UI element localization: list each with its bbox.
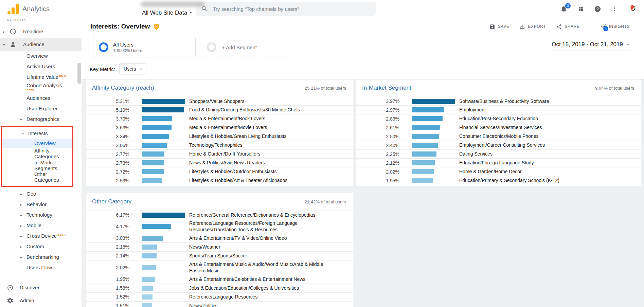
share-icon [556,24,562,30]
row-label: Education/Primary & Secondary Schools (K… [459,177,568,184]
row-label: Jobs & Education/Education/Colleges & Un… [189,285,308,291]
sidebar-item-label: Custom [26,243,44,249]
export-button[interactable]: EXPORT [519,24,546,30]
row-label: News & Politics/Avid News Readers [189,160,274,166]
sidebar-item-active-users[interactable]: Active Users [0,61,82,72]
bar [142,277,155,282]
main-content: Interests: Overview SAVE EXPORT [82,18,644,307]
sidebar-item-lifetime-value[interactable]: Lifetime ValueBETA [0,72,82,82]
sidebar-item-discover[interactable]: Discover [0,282,82,294]
sidebar-item-label: Audience [23,41,44,47]
sidebar-item-technology[interactable]: ▸Technology [0,210,82,220]
add-segment-button[interactable]: + Add Segment [200,37,298,57]
apps-grid-button[interactable] [578,6,584,12]
panel-title-link[interactable]: In-Market Segment [362,85,411,91]
row-percent: 2.77% [86,151,129,157]
analytics-home-link[interactable]: Analytics [0,3,50,14]
chart-row: 2.83%Education/Post-Secondary Education [356,114,641,123]
bar [142,160,164,165]
sidebar-item-admin[interactable]: Admin [0,294,82,307]
sidebar-item-custom[interactable]: ▸Custom [0,241,82,252]
row-label: Food & Dining/Cooking Enthusiasts/30 Min… [189,107,309,113]
bar-zone [399,151,459,157]
bar-zone [399,134,459,139]
user-avatar[interactable] [628,4,638,14]
bar [412,99,455,104]
bar [142,236,163,241]
bar [142,253,157,258]
insights-button[interactable]: 4 INSIGHTS [601,24,630,30]
row-percent: 3.03% [86,235,129,241]
sidebar-item-benchmarking[interactable]: ▸Benchmarking [0,252,82,263]
sidebar-item-label: Geo [26,191,36,197]
sidebar-item-cross-device[interactable]: ▸Cross DeviceBETA [0,231,82,241]
sidebar-item-user-explorer[interactable]: User Explorer [0,103,82,114]
row-percent: 2.02% [86,265,129,270]
chevron-down-icon: ▾ [3,43,5,47]
search-input[interactable]: Try searching “Top channels by users” [196,2,376,16]
chart-row: 3.34%Lifestyles & Hobbies/Green Living E… [86,132,353,141]
bar-zone [129,99,189,104]
panel-title-link[interactable]: Other Category [92,198,131,205]
date-range-selector[interactable]: Oct 15, 2019 - Oct 21, 2019 ▾ [551,40,630,51]
google-analytics-logo-icon [7,3,19,14]
bar [142,213,185,218]
chart-row: 2.14%Sports/Team Sports/Soccer [86,252,353,260]
chart-row: 6.17%Reference/General Reference/Diction… [86,211,353,219]
chart-row: 2.02%Home & Garden/Home Decor [356,167,641,176]
segment-ring-icon [99,42,108,52]
row-percent: 2.97% [356,107,399,113]
sidebar-item-audiences[interactable]: Audiences [0,93,82,103]
beta-badge: BETA [57,233,66,236]
sidebar-item-behavior[interactable]: ▸Behavior [0,199,82,210]
sidebar-item-audience[interactable]: ▾Audience [0,38,82,51]
chevron-right-icon: ▸ [3,30,5,34]
annotation-red-box: ▾InterestsOverviewAffinity CategoriesIn-… [1,126,73,187]
sidebar-item-users-flow[interactable]: Users Flow [0,263,82,273]
sidebar-scrollbar-thumb[interactable] [77,63,81,84]
sidebar-item-demographics[interactable]: ▸Demographics [0,114,82,124]
sidebar-item-overview[interactable]: Overview [0,51,82,61]
row-label: Lifestyles & Hobbies/Outdoor Enthusiasts [189,168,286,175]
bar [412,134,439,139]
sidebar-item-geo[interactable]: ▸Geo [0,189,82,199]
sidebar-item-overview[interactable]: Overview [2,139,72,148]
chart-row: 2.02%Arts & Entertainment/Music & Audio/… [86,260,353,275]
chart-row: 2.73%News & Politics/Avid News Readers [86,159,353,167]
notifications-count-badge: 3 [565,3,571,8]
sidebar-item-other-categories[interactable]: Other Categories [2,171,72,183]
notifications-button[interactable]: 3 [560,5,568,13]
sidebar-item-interests[interactable]: ▾Interests [2,128,72,139]
property-selector[interactable]: All Web Site Data ▾ [142,0,192,18]
segment-title: All Users [113,42,142,48]
caret-down-icon: ▾ [627,42,629,47]
help-button[interactable]: ? [594,5,601,13]
bar [142,143,167,148]
segment-all-users-card[interactable]: All Users 100.00% Users [93,37,196,57]
chevron-right-icon: ▸ [20,213,22,217]
gear-icon [7,297,14,304]
topbar-divider [55,4,55,14]
chart-row: 2.77%Home & Garden/Do-It-Yourselfers [86,150,353,159]
row-percent: 2.83% [356,116,399,122]
sidebar-item-affinity-categories[interactable]: Affinity Categories [2,148,72,160]
sidebar-item-cohort-analysis[interactable]: Cohort AnalysisBETA [0,82,82,93]
chevron-right-icon: ▸ [20,224,22,228]
help-icon: ? [594,5,601,13]
bar [412,116,443,121]
sidebar-item-label: Demographics [26,116,59,122]
sidebar-item-realtime[interactable]: ▸Realtime [0,25,82,38]
panel-title-link[interactable]: Affinity Category (reach) [92,85,154,91]
share-button[interactable]: SHARE [556,24,579,30]
sidebar-item-mobile[interactable]: ▸Mobile [0,220,82,231]
sidebar-item-in-market-segments[interactable]: In-Market Segments [2,160,72,171]
bar-zone [129,125,189,130]
chart-row: 2.40%Employment/Career Consulting Servic… [356,141,641,150]
kebab-menu-button[interactable] [611,6,618,12]
key-metric-dropdown[interactable]: Users ▾ [119,64,146,74]
chart-row: 2.61%Financial Services/Investment Servi… [356,123,641,132]
other-category-panel: Other Category 21.42% of total users 6.1… [86,193,353,307]
save-button[interactable]: SAVE [489,24,509,30]
row-label: Employment/Career Consulting Services [459,142,554,148]
bar [142,178,162,183]
